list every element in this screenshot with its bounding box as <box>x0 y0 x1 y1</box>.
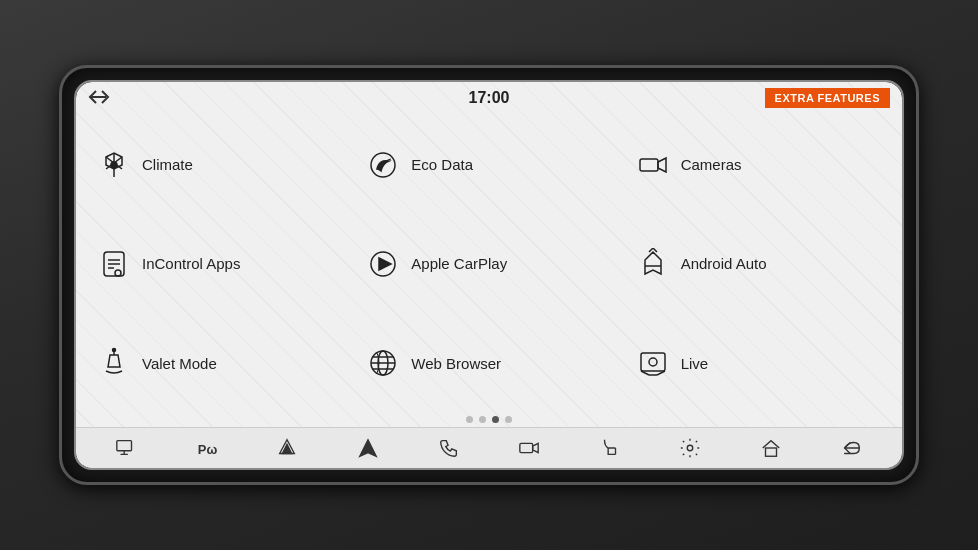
bottom-terrain-icon[interactable] <box>269 433 305 463</box>
live-item[interactable]: Live <box>625 315 892 412</box>
android-auto-item[interactable]: Android Auto <box>625 215 892 312</box>
bottom-screen-icon[interactable] <box>108 433 144 463</box>
dot-1[interactable] <box>466 416 473 423</box>
carplay-icon <box>365 246 401 282</box>
extra-features-badge[interactable]: EXTRA FEATURES <box>765 88 890 108</box>
bottom-media-icon[interactable]: Pω <box>189 433 225 463</box>
incontrol-label: InControl Apps <box>142 255 240 272</box>
bottom-back-icon[interactable] <box>834 433 870 463</box>
bottom-settings-icon[interactable] <box>672 433 708 463</box>
svg-marker-37 <box>533 443 539 452</box>
svg-text:Pω: Pω <box>198 442 218 457</box>
cameras-item[interactable]: Cameras <box>625 116 892 213</box>
main-grid: Climate Eco Data <box>76 112 902 414</box>
svg-point-4 <box>111 162 117 168</box>
eco-data-item[interactable]: Eco Data <box>355 116 622 213</box>
android-label: Android Auto <box>681 255 767 272</box>
svg-point-18 <box>113 349 116 352</box>
browser-icon <box>365 345 401 381</box>
back-arrow[interactable] <box>88 89 110 108</box>
eco-label: Eco Data <box>411 156 473 173</box>
cameras-icon <box>635 147 671 183</box>
clock: 17:00 <box>469 89 510 107</box>
svg-rect-36 <box>520 443 533 452</box>
cameras-label: Cameras <box>681 156 742 173</box>
page-dots <box>76 414 902 427</box>
screen: 17:00 EXTRA FEATURES <box>76 82 902 468</box>
svg-point-39 <box>688 445 694 451</box>
svg-marker-35 <box>360 440 377 457</box>
svg-rect-29 <box>117 441 132 451</box>
svg-marker-7 <box>658 158 666 172</box>
live-icon <box>635 345 671 381</box>
svg-rect-6 <box>640 159 658 171</box>
dot-2[interactable] <box>479 416 486 423</box>
valet-icon <box>96 345 132 381</box>
svg-rect-40 <box>766 448 777 456</box>
climate-item[interactable]: Climate <box>86 116 353 213</box>
svg-point-12 <box>115 270 121 276</box>
dot-4[interactable] <box>505 416 512 423</box>
screen-bezel: 17:00 EXTRA FEATURES <box>74 80 904 470</box>
svg-marker-14 <box>379 258 391 270</box>
valet-label: Valet Mode <box>142 355 217 372</box>
bottom-seat-icon[interactable] <box>592 433 628 463</box>
eco-icon <box>365 147 401 183</box>
climate-label: Climate <box>142 156 193 173</box>
bottom-nav-icon[interactable] <box>350 433 386 463</box>
incontrol-apps-item[interactable]: InControl Apps <box>86 215 353 312</box>
incontrol-icon <box>96 246 132 282</box>
bottom-home-icon[interactable] <box>753 433 789 463</box>
svg-point-25 <box>649 358 657 366</box>
bottom-camera-icon[interactable] <box>511 433 547 463</box>
carplay-label: Apple CarPlay <box>411 255 507 272</box>
bottom-phone-icon[interactable] <box>431 433 467 463</box>
header: 17:00 EXTRA FEATURES <box>76 82 902 112</box>
svg-marker-15 <box>645 252 661 274</box>
climate-icon <box>96 147 132 183</box>
valet-mode-item[interactable]: Valet Mode <box>86 315 353 412</box>
browser-label: Web Browser <box>411 355 501 372</box>
bottom-bar: Pω <box>76 427 902 468</box>
dot-3[interactable] <box>492 416 499 423</box>
apple-carplay-item[interactable]: Apple CarPlay <box>355 215 622 312</box>
android-icon <box>635 246 671 282</box>
svg-rect-24 <box>641 353 665 371</box>
web-browser-item[interactable]: Web Browser <box>355 315 622 412</box>
car-surround: 17:00 EXTRA FEATURES <box>59 65 919 485</box>
live-label: Live <box>681 355 709 372</box>
